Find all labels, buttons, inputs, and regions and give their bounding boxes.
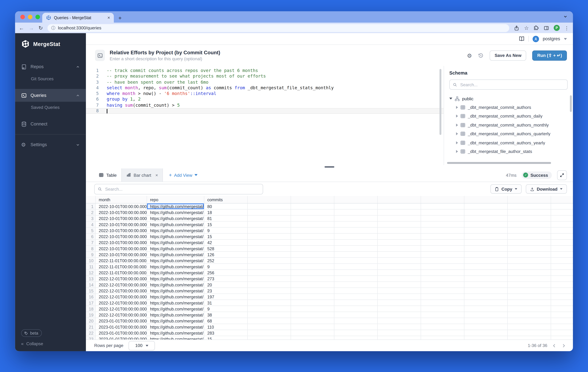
cell-month[interactable]: 2022-10-01T00:00:00.000Z (96, 228, 147, 233)
empty-cell[interactable] (551, 276, 573, 281)
empty-cell[interactable] (378, 336, 421, 340)
cell-commits[interactable]: 15 (204, 221, 248, 227)
cell-month[interactable]: 2022-12-01T00:00:00.000Z (96, 282, 147, 288)
empty-cell[interactable] (551, 288, 573, 294)
empty-cell[interactable] (464, 228, 508, 233)
empty-cell[interactable] (508, 252, 551, 258)
cell-commits[interactable]: 68 (204, 318, 248, 324)
empty-cell[interactable] (421, 300, 464, 306)
close-icon[interactable]: × (155, 172, 158, 178)
address-bar[interactable]: ⓘ localhost:3300/queries (47, 24, 509, 32)
cell-commits[interactable]: 9 (204, 228, 248, 233)
cell-repo[interactable]: https://github.com/mergestat/... (147, 336, 204, 340)
empty-cell[interactable] (291, 312, 334, 318)
cell-month[interactable]: 2022-12-01T00:00:00.000Z (96, 300, 147, 306)
empty-cell[interactable] (334, 282, 378, 288)
user-avatar[interactable] (533, 36, 539, 42)
empty-cell[interactable] (508, 318, 551, 324)
empty-cell[interactable] (378, 258, 421, 263)
cell-commits[interactable]: 81 (204, 216, 248, 221)
code-line[interactable]: 1-- track commit counts across repos ove… (86, 68, 444, 73)
cell-commits[interactable]: 197 (204, 294, 248, 300)
cell-month[interactable]: 2022-10-01T00:00:00.000Z (96, 252, 147, 258)
caret-right-icon[interactable] (456, 115, 458, 118)
empty-cell[interactable] (248, 330, 291, 336)
browser-menu-icon[interactable]: ⋮ (564, 25, 569, 31)
empty-cell[interactable] (291, 318, 334, 324)
cell-month[interactable]: 2022-10-01T00:00:00.000Z (96, 216, 147, 221)
macos-traffic-lights[interactable] (21, 15, 40, 19)
empty-cell[interactable] (551, 234, 573, 239)
empty-cell[interactable] (421, 221, 464, 227)
empty-cell[interactable] (464, 252, 508, 258)
empty-cell[interactable] (378, 324, 421, 330)
empty-cell[interactable] (551, 324, 573, 330)
schema-table-row[interactable]: _dbt_mergestat_commit_authors (449, 103, 568, 112)
cell-month[interactable]: 2023-01-01T00:00:00.000Z (96, 324, 147, 330)
empty-cell[interactable] (378, 330, 421, 336)
browser-tab[interactable]: Queries - MergeStat × (42, 13, 114, 23)
code-line[interactable]: 5where month > now() - '6 months'::inter… (86, 91, 444, 97)
sql-editor[interactable]: 1-- track commit counts across repos ove… (86, 66, 444, 165)
empty-cell[interactable] (291, 306, 334, 312)
site-info-icon[interactable]: ⓘ (51, 25, 55, 31)
empty-cell[interactable] (248, 324, 291, 330)
empty-cell[interactable] (421, 209, 464, 215)
empty-cell[interactable] (248, 312, 291, 318)
share-icon[interactable] (514, 25, 520, 31)
empty-cell[interactable] (248, 209, 291, 215)
empty-cell[interactable] (248, 282, 291, 288)
empty-cell[interactable] (551, 300, 573, 306)
mergestat-logo[interactable]: MergeStat (15, 33, 86, 51)
empty-cell[interactable] (464, 270, 508, 276)
schema-search-box[interactable] (449, 80, 568, 90)
empty-cell[interactable] (508, 300, 551, 306)
cell-repo[interactable]: https://github.com/mergestat/... (147, 300, 204, 306)
resize-handle[interactable] (325, 166, 334, 168)
tab-search-chevron-icon[interactable] (563, 14, 567, 19)
empty-cell[interactable] (464, 312, 508, 318)
save-as-new-button[interactable]: Save As New (490, 50, 526, 61)
extensions-puzzle-icon[interactable] (533, 25, 539, 31)
empty-cell[interactable] (291, 240, 334, 245)
empty-cell[interactable] (378, 234, 421, 239)
empty-cell[interactable] (378, 209, 421, 215)
column-header-commits[interactable]: commits (204, 196, 248, 203)
empty-cell[interactable] (248, 300, 291, 306)
cell-repo[interactable]: https://github.com/mergestat/... (147, 252, 204, 258)
empty-cell[interactable] (334, 306, 378, 312)
copy-button[interactable]: Copy (491, 184, 522, 194)
schema-horizontal-scrollbar[interactable] (447, 162, 551, 164)
empty-cell[interactable] (291, 276, 334, 281)
empty-cell[interactable] (248, 336, 291, 340)
schema-table-row[interactable]: _dbt_mergestat_commit_authors_yearly (449, 138, 568, 147)
empty-cell[interactable] (334, 294, 378, 300)
caret-down-icon[interactable] (449, 98, 452, 100)
empty-cell[interactable] (378, 228, 421, 233)
empty-cell[interactable] (421, 228, 464, 233)
empty-cell[interactable] (378, 312, 421, 318)
cell-commits[interactable]: 15 (204, 234, 248, 239)
new-tab-button[interactable]: + (118, 15, 122, 21)
code-line[interactable]: 8 (86, 108, 444, 114)
cell-commits[interactable]: 9 (204, 264, 248, 269)
empty-cell[interactable] (421, 282, 464, 288)
empty-cell[interactable] (464, 234, 508, 239)
empty-cell[interactable] (334, 252, 378, 258)
cell-repo[interactable]: https://github.com/mergestat/... (147, 209, 204, 215)
empty-cell[interactable] (551, 330, 573, 336)
empty-cell[interactable] (334, 246, 378, 251)
docs-book-icon[interactable] (519, 36, 525, 42)
cell-commits[interactable]: 256 (204, 270, 248, 276)
schema-table-row[interactable]: _dbt_mergestat_file_author_stats (449, 147, 568, 156)
empty-cell[interactable] (334, 276, 378, 281)
rows-per-page-select[interactable]: 100 (129, 341, 155, 350)
download-button[interactable]: Download (526, 184, 567, 194)
empty-cell[interactable] (551, 203, 573, 209)
editor-scrollbar[interactable] (440, 69, 441, 135)
empty-cell[interactable] (248, 276, 291, 281)
cell-repo[interactable]: https://github.com/mergestat/... (147, 324, 204, 330)
close-window-button[interactable] (21, 15, 25, 19)
tab-bar-chart-view[interactable]: Bar chart × (121, 168, 163, 182)
empty-cell[interactable] (464, 288, 508, 294)
